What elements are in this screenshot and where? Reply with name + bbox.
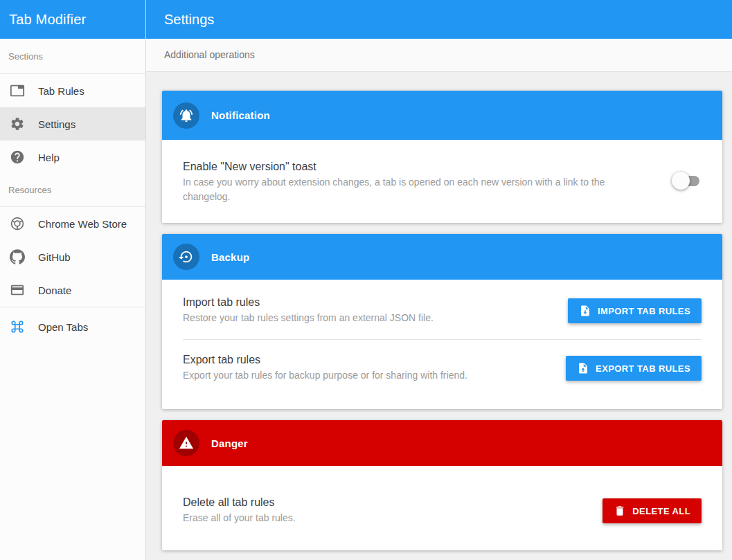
setting-description: In case you worry about extension change… xyxy=(183,175,633,204)
sidebar-item-help[interactable]: Help xyxy=(0,141,145,174)
app-title: Tab Modifier xyxy=(0,0,145,39)
toggle-knob xyxy=(672,172,690,190)
export-tab-rules-button[interactable]: EXPORT TAB RULES xyxy=(566,356,702,381)
sidebar-divider xyxy=(0,307,145,307)
delete-all-row: Delete all tab rules Erase all of your t… xyxy=(162,466,722,550)
button-label: DELETE ALL xyxy=(632,506,690,516)
file-import-icon xyxy=(579,305,591,317)
import-tab-rules-button[interactable]: IMPORT TAB RULES xyxy=(568,298,702,323)
sidebar-item-label: Chrome Web Store xyxy=(38,218,127,230)
sidebar-item-label: Open Tabs xyxy=(38,321,88,333)
file-export-icon xyxy=(577,362,589,374)
page-title: Settings xyxy=(146,0,732,39)
button-label: IMPORT TAB RULES xyxy=(598,306,690,316)
card-title: Danger xyxy=(211,437,248,449)
bell-icon xyxy=(173,102,199,129)
sections-label: Sections xyxy=(0,39,145,74)
resources-label: Resources xyxy=(0,174,145,207)
delete-text: Delete all tab rules Erase all of your t… xyxy=(183,496,296,525)
sidebar-item-github[interactable]: GitHub xyxy=(0,240,145,273)
sidebar-item-label: Tab Rules xyxy=(38,85,84,97)
section-subtitle: Additional operations xyxy=(146,39,732,72)
main-area: Settings Additional operations Notificat… xyxy=(146,0,732,560)
github-icon xyxy=(10,249,25,264)
backup-card: Backup Import tab rules Restore your tab… xyxy=(162,234,722,409)
tab-icon xyxy=(10,83,25,98)
new-version-toast-toggle[interactable] xyxy=(674,176,699,186)
setting-title: Import tab rules xyxy=(183,296,434,309)
sidebar-item-donate[interactable]: Donate xyxy=(0,273,145,307)
setting-description: Export your tab rules for backup purpose… xyxy=(183,368,467,383)
sidebar-item-tab-rules[interactable]: Tab Rules xyxy=(0,74,145,107)
backup-card-header: Backup xyxy=(162,234,722,280)
sidebar: Tab Modifier Sections Tab Rules Settings… xyxy=(0,0,146,560)
danger-card-header: Danger xyxy=(162,420,722,466)
chrome-icon xyxy=(10,216,25,231)
content: Notification Enable "New version" toast … xyxy=(146,72,732,560)
credit-card-icon xyxy=(10,282,25,298)
notification-card: Notification Enable "New version" toast … xyxy=(162,91,722,223)
setting-description: Restore your tab rules settings from an … xyxy=(183,311,434,325)
export-text: Export tab rules Export your tab rules f… xyxy=(183,354,467,383)
card-title: Notification xyxy=(211,109,270,121)
setting-description: Erase all of your tab rules. xyxy=(183,511,296,525)
sidebar-item-label: Donate xyxy=(38,284,71,296)
sidebar-item-chrome-web-store[interactable]: Chrome Web Store xyxy=(0,207,145,240)
gear-icon xyxy=(10,116,25,132)
warning-icon xyxy=(173,430,199,456)
command-icon xyxy=(10,319,25,334)
setting-title: Enable "New version" toast xyxy=(183,161,639,173)
sidebar-item-label: GitHub xyxy=(38,251,71,263)
notification-setting-row: Enable "New version" toast In case you w… xyxy=(162,140,722,223)
button-label: EXPORT TAB RULES xyxy=(596,363,690,374)
trash-icon xyxy=(614,505,626,517)
setting-title: Delete all tab rules xyxy=(183,496,296,509)
backup-card-body: Import tab rules Restore your tab rules … xyxy=(162,280,722,409)
setting-title: Export tab rules xyxy=(183,354,467,366)
import-text: Import tab rules Restore your tab rules … xyxy=(183,296,434,325)
sidebar-item-open-tabs[interactable]: Open Tabs xyxy=(0,310,145,343)
sidebar-item-settings[interactable]: Settings xyxy=(0,107,145,141)
restore-icon xyxy=(173,244,199,270)
card-title: Backup xyxy=(211,251,249,263)
sidebar-item-label: Settings xyxy=(38,118,75,130)
export-row: Export tab rules Export your tab rules f… xyxy=(162,340,722,399)
danger-card: Danger Delete all tab rules Erase all of… xyxy=(162,420,722,550)
help-icon xyxy=(10,150,25,165)
delete-all-button[interactable]: DELETE ALL xyxy=(602,498,702,523)
notification-card-header: Notification xyxy=(162,91,722,140)
import-row: Import tab rules Restore your tab rules … xyxy=(162,296,722,339)
sidebar-item-label: Help xyxy=(38,152,60,163)
